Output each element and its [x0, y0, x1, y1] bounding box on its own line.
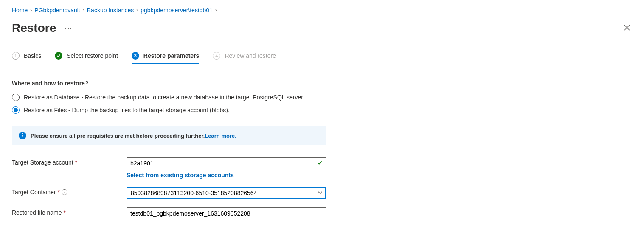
close-icon	[624, 24, 630, 32]
chevron-right-icon: ›	[30, 7, 32, 13]
learn-more-link[interactable]: Learn more.	[205, 133, 236, 139]
tab-basics[interactable]: 1 Basics	[12, 52, 41, 63]
breadcrumb-home[interactable]: Home	[12, 7, 28, 14]
required-indicator: *	[64, 209, 66, 216]
step-number-icon: 3	[132, 52, 139, 60]
checkmark-icon	[55, 52, 62, 60]
step-number-icon: 4	[213, 52, 220, 60]
tab-label: Review and restore	[225, 52, 276, 59]
breadcrumb-vault[interactable]: PGbkpdemovault	[34, 7, 80, 14]
info-icon: i	[19, 132, 26, 139]
breadcrumb-instance[interactable]: pgbkpdemoserver\testdb01	[141, 7, 213, 14]
radio-icon	[12, 106, 20, 114]
close-button[interactable]	[622, 23, 632, 33]
tab-review-restore[interactable]: 4 Review and restore	[213, 52, 276, 63]
field-label: Target Storage account	[12, 159, 73, 166]
radio-icon	[12, 94, 20, 101]
radio-restore-as-database[interactable]: Restore as Database - Restore the backup…	[12, 94, 632, 101]
field-target-container: Target Container * i	[12, 187, 632, 199]
radio-label: Restore as Files - Dump the backup files…	[24, 107, 230, 114]
field-target-storage-account: Target Storage account * Select from exi…	[12, 157, 632, 179]
filename-input[interactable]	[127, 207, 326, 219]
info-text: Please ensure all pre-requisites are met…	[31, 133, 205, 139]
page-title: Restore	[12, 21, 56, 35]
chevron-right-icon: ›	[136, 7, 138, 13]
tab-select-restore-point[interactable]: Select restore point	[55, 52, 118, 63]
radio-label: Restore as Database - Restore the backup…	[24, 94, 304, 101]
breadcrumb-backup-instances[interactable]: Backup Instances	[87, 7, 134, 14]
wizard-tabs: 1 Basics Select restore point 3 Restore …	[12, 52, 632, 63]
chevron-right-icon: ›	[215, 7, 217, 13]
tab-label: Restore parameters	[143, 52, 200, 59]
container-select[interactable]	[127, 187, 326, 199]
required-indicator: *	[75, 159, 77, 166]
field-label: Restored file name	[12, 209, 62, 216]
section-heading: Where and how to restore?	[12, 80, 632, 87]
step-number-icon: 1	[12, 52, 20, 60]
info-banner: i Please ensure all pre-requisites are m…	[12, 126, 326, 145]
field-restored-file-name: Restored file name *	[12, 207, 632, 219]
tab-label: Basics	[24, 52, 41, 59]
info-icon[interactable]: i	[62, 189, 67, 195]
required-indicator: *	[58, 189, 60, 196]
radio-restore-as-files[interactable]: Restore as Files - Dump the backup files…	[12, 106, 632, 114]
chevron-right-icon: ›	[83, 7, 84, 13]
page-header: Restore ⋯	[12, 21, 632, 35]
field-label: Target Container	[12, 189, 56, 196]
tab-restore-parameters[interactable]: 3 Restore parameters	[132, 52, 200, 64]
breadcrumb: Home › PGbkpdemovault › Backup Instances…	[12, 7, 632, 14]
tab-label: Select restore point	[67, 52, 118, 59]
more-icon[interactable]: ⋯	[65, 23, 73, 33]
storage-account-input[interactable]	[127, 157, 326, 169]
select-storage-accounts-link[interactable]: Select from existing storage accounts	[127, 172, 326, 179]
